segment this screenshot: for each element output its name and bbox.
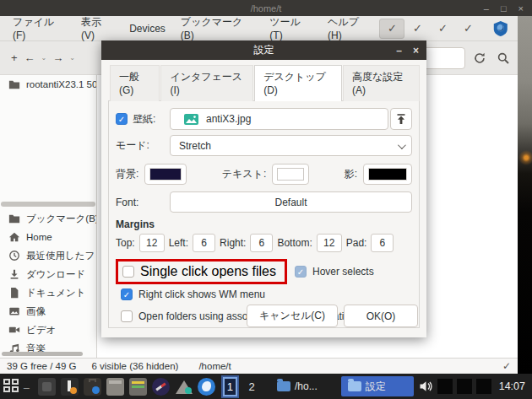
hover-selects-checkbox[interactable]: ✓	[295, 266, 307, 278]
check-toggle-button-4[interactable]: ✓	[455, 19, 480, 39]
wallpaper-checkbox[interactable]: ✓	[116, 113, 128, 125]
app-menu-icon[interactable]	[3, 379, 19, 394]
wallpaper-row: ✓ 壁紙: antiX3.jpg	[116, 108, 412, 130]
app-launcher-icon-4[interactable]	[106, 378, 124, 396]
margin-right-input[interactable]: 6	[250, 234, 273, 252]
text-color-button[interactable]	[272, 164, 309, 185]
workspace-2-button[interactable]: 2	[245, 377, 258, 396]
margin-right-label: Right:	[220, 237, 246, 249]
margin-top-input[interactable]: 12	[139, 234, 165, 252]
cancel-button[interactable]: キャンセル(C)	[247, 305, 338, 327]
app-launcher-icon-5[interactable]	[129, 378, 147, 396]
colors-row: 背景: テキスト: 影:	[116, 164, 412, 185]
sidebar: rootantiX23.1 50G ブックマーク(B) Home	[0, 75, 97, 358]
sidebar-item-label: Home	[26, 232, 52, 242]
app-launcher-icon-7[interactable]	[175, 378, 193, 396]
tab-general[interactable]: 一般(G)	[110, 65, 160, 101]
forward-button[interactable]: →	[50, 50, 66, 66]
margin-left-label: Left:	[169, 237, 188, 249]
mode-dropdown[interactable]: Stretch	[170, 135, 412, 156]
shadow-color-button[interactable]	[363, 164, 412, 185]
app-logo-icon	[492, 20, 509, 37]
visible-count-text: 6 visible (36 hidden)	[91, 361, 178, 371]
margin-bottom-input[interactable]: 12	[317, 234, 342, 252]
tray-icon-3[interactable]	[476, 379, 491, 394]
check-toggle-button-3[interactable]: ✓	[430, 19, 455, 39]
sidebar-item-home[interactable]: Home	[0, 228, 96, 246]
upload-icon	[395, 113, 407, 125]
forward-history-chevron-icon[interactable]: ⌄	[68, 54, 77, 62]
bg-color-button[interactable]	[144, 164, 187, 185]
devices-pane: rootantiX23.1 50G	[0, 75, 96, 202]
app-launcher-icon-2[interactable]	[61, 378, 79, 396]
right-click-label: Right click shows WM menu	[138, 288, 265, 300]
task-button-home[interactable]: /ho...	[270, 376, 324, 396]
sidebar-item-videos[interactable]: ビデオ	[0, 321, 96, 339]
hover-selects-label: Hover selects	[312, 266, 374, 278]
close-icon[interactable]: ×	[518, 3, 524, 13]
wallpaper-browse-button[interactable]	[390, 108, 412, 130]
folder-icon	[277, 381, 290, 391]
sidebar-item-label: 最近使用したファ	[26, 250, 96, 262]
back-history-chevron-icon[interactable]: ⌄	[40, 54, 49, 62]
home-icon	[8, 231, 20, 243]
menu-file[interactable]: ファイル(F)	[5, 12, 73, 45]
menu-devices[interactable]: Devices	[122, 19, 173, 38]
font-button[interactable]: Default	[170, 191, 412, 213]
tray-icon-1[interactable]	[437, 379, 453, 394]
single-click-checkbox[interactable]	[122, 266, 134, 278]
dialog-minimize-icon[interactable]: –	[396, 45, 402, 57]
search-icon[interactable]	[494, 49, 513, 67]
mime-open-checkbox[interactable]	[121, 310, 133, 322]
check-toggle-button-1[interactable]: ✓	[379, 19, 404, 39]
sidebar-item-pictures[interactable]: 画像	[0, 302, 96, 321]
screen: /home/t – □ × ファイル(F) 表示(V) Devices ブックマ…	[0, 0, 532, 399]
back-button[interactable]: ←	[22, 50, 38, 66]
refresh-icon[interactable]	[470, 49, 489, 67]
tab-advanced[interactable]: 高度な設定(A)	[343, 65, 420, 101]
statusbar-check-icon[interactable]: ✓	[502, 360, 511, 372]
document-icon	[8, 287, 20, 299]
right-click-checkbox[interactable]: ✓	[121, 288, 133, 300]
desktop-tab-panel: ✓ 壁紙: antiX3.jpg	[108, 100, 420, 328]
maximize-icon[interactable]: □	[501, 3, 507, 13]
sidebar-hscrollbar[interactable]	[2, 352, 83, 356]
app-launcher-icon-8[interactable]	[198, 378, 215, 396]
image-thumbnail-icon	[184, 114, 198, 125]
ok-button[interactable]: OK(O)	[344, 305, 418, 327]
minimize-icon[interactable]: –	[484, 3, 489, 13]
wallpaper-file-button[interactable]: antiX3.jpg	[170, 108, 388, 130]
sidebar-item-downloads[interactable]: ダウンロード	[0, 265, 96, 283]
sidebar-item-recent[interactable]: 最近使用したファ	[0, 246, 96, 265]
check-toggle-button-2[interactable]: ✓	[404, 19, 430, 39]
app-launcher-icon-6[interactable]	[152, 378, 170, 396]
margins-row: Top: 12 Left: 6 Right: 6 Bottom: 12 Pad:…	[116, 234, 412, 252]
dialog-close-icon[interactable]: ×	[413, 45, 419, 57]
right-click-option: ✓ Right click shows WM menu	[121, 288, 412, 300]
folder-icon	[348, 381, 361, 391]
app-launcher-icon-1[interactable]	[38, 378, 56, 396]
add-tab-button[interactable]: +	[8, 50, 20, 66]
wallpaper-label: 壁紙:	[133, 112, 155, 127]
font-value: Default	[274, 197, 307, 208]
show-desktop-button[interactable]: _	[24, 378, 30, 390]
dialog-tabs: 一般(G) インタフェース(I) デスクトップ(D) 高度な設定(A)	[108, 65, 420, 101]
sidebar-item-label: ビデオ	[26, 324, 56, 337]
workspace-1-button[interactable]: 1	[223, 377, 237, 396]
tray-icon-2[interactable]	[457, 379, 472, 394]
shadow-color-label: 影:	[345, 167, 357, 181]
sidebar-item-bookmarks[interactable]: ブックマーク(B)	[0, 209, 96, 228]
task-button-settings[interactable]: 設定	[341, 376, 414, 396]
device-item[interactable]: rootantiX23.1 50G	[0, 75, 96, 94]
mode-value: Stretch	[179, 140, 211, 152]
margin-pad-input[interactable]: 6	[371, 234, 394, 252]
tab-interface[interactable]: インタフェース(I)	[160, 65, 253, 101]
sidebar-item-documents[interactable]: ドキュメント	[0, 283, 96, 302]
app-launcher-icon-3[interactable]	[84, 378, 101, 396]
sidebar-item-label: ブックマーク(B)	[26, 213, 96, 225]
margin-left-input[interactable]: 6	[193, 234, 215, 252]
highlight-box: Single click opens files	[116, 259, 287, 284]
volume-icon[interactable]	[419, 380, 433, 393]
dialog-body: 一般(G) インタフェース(I) デスクトップ(D) 高度な設定(A) ✓ 壁紙…	[101, 60, 426, 337]
tab-desktop[interactable]: デスクトップ(D)	[254, 65, 342, 101]
